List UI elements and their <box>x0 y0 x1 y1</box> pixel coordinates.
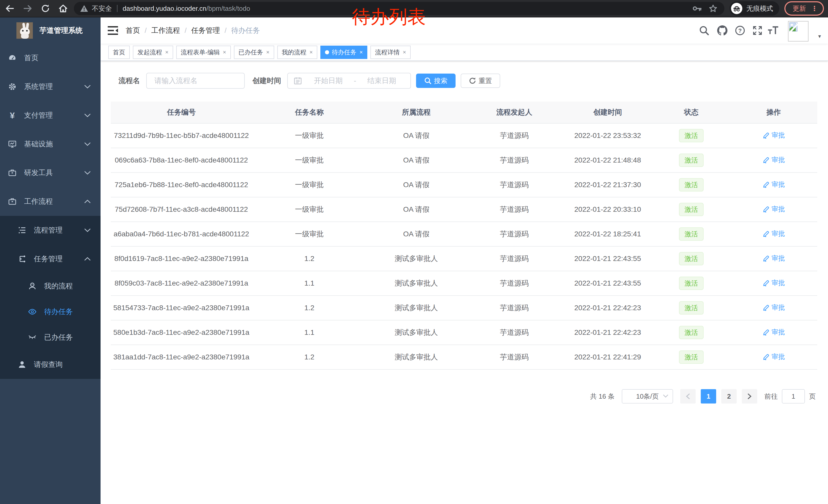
sidebar-item-9[interactable]: 待办任务 <box>0 299 100 325</box>
table-row-2: 725a1eb6-7b88-11ec-8ef0-acde48001122一级审批… <box>111 173 817 197</box>
avatar[interactable] <box>788 21 809 42</box>
sidebar-item-3[interactable]: 基础设施 <box>0 130 100 158</box>
tab-2[interactable]: 流程表单-编辑× <box>176 46 231 59</box>
sidebar-item-4[interactable]: 研发工具 <box>0 158 100 187</box>
cell-created: 2022-01-21 22:42:23 <box>563 304 653 312</box>
tab-0[interactable]: 首页 <box>108 46 130 59</box>
logo[interactable]: 芋道管理系统 <box>0 17 100 44</box>
tags-view: 首页发起流程×流程表单-编辑×已办任务×我的流程×待办任务×流程详情× <box>100 44 828 61</box>
security-label[interactable]: 不安全 <box>92 4 112 13</box>
breadcrumb-item-1[interactable]: 工作流程 <box>151 26 180 35</box>
sidebar-item-label: 基础设施 <box>24 139 53 149</box>
status-badge: 激活 <box>679 277 704 290</box>
tab-close-icon[interactable]: × <box>359 49 363 56</box>
header-search-icon[interactable] <box>699 17 709 44</box>
browser-menu-icon[interactable]: ⋮ <box>811 5 818 12</box>
approve-link[interactable]: 审批 <box>762 303 785 312</box>
prev-page-button[interactable] <box>680 389 696 404</box>
approve-link[interactable]: 审批 <box>762 229 785 238</box>
avatar-caret-icon[interactable]: ▼ <box>817 34 822 39</box>
tab-3[interactable]: 已办任务× <box>234 46 274 59</box>
tab-close-icon[interactable]: × <box>309 49 313 56</box>
table-row-9: 381aa1dd-7ac8-11ec-a9e2-a2380e71991a1.2测… <box>111 345 817 370</box>
breadcrumb-item-2[interactable]: 任务管理 <box>191 26 220 35</box>
page-button-2[interactable]: 2 <box>721 389 737 404</box>
bookmark-star-icon[interactable] <box>709 4 717 12</box>
search-button[interactable]: 搜索 <box>416 74 456 88</box>
approve-link[interactable]: 审批 <box>762 352 785 361</box>
cell-id: 58154733-7ac8-11ec-a9e2-a2380e71991a <box>111 304 252 312</box>
browser-forward-button[interactable] <box>23 4 32 12</box>
column-header-2: 所属流程 <box>367 107 466 117</box>
help-icon[interactable]: ? <box>735 17 745 44</box>
chevron-down-icon <box>84 228 91 232</box>
url-text[interactable]: dashboard.yudao.iocoder.cn/bpm/task/todo <box>123 5 250 12</box>
breadcrumb-separator: / <box>185 27 187 35</box>
chevron-down-icon <box>663 394 668 398</box>
sidebar-collapse-icon[interactable] <box>108 26 118 35</box>
task-table: 任务编号任务名称所属流程流程发起人创建时间状态操作 73211d9d-7b9b-… <box>111 101 817 370</box>
next-page-button[interactable] <box>742 389 757 404</box>
tab-label: 首页 <box>113 48 125 56</box>
browser-back-button[interactable] <box>5 4 14 12</box>
github-icon[interactable] <box>717 17 728 44</box>
approve-link[interactable]: 审批 <box>762 155 785 164</box>
cell-name: 一级审批 <box>252 204 367 214</box>
security-warning-icon[interactable] <box>80 5 88 12</box>
pagination: 共 16 条 10条/页 12 前往 1 页 <box>590 389 816 404</box>
tab-4[interactable]: 我的流程× <box>277 46 318 59</box>
reset-button[interactable]: 重置 <box>461 74 500 88</box>
search-button-icon <box>424 77 431 84</box>
sidebar-item-0[interactable]: 首页 <box>0 44 100 72</box>
tab-6[interactable]: 流程详情× <box>370 46 411 59</box>
sidebar-item-label: 研发工具 <box>24 168 53 178</box>
cell-name: 一级审批 <box>252 229 367 239</box>
column-header-5: 状态 <box>653 107 730 117</box>
fullscreen-icon[interactable] <box>753 17 762 44</box>
date-range-input[interactable]: 开始日期 - 结束日期 <box>287 73 411 89</box>
table-row-5: 8f0d1619-7ac8-11ec-a9e2-a2380e71991a1.2测… <box>111 246 817 271</box>
table-header: 任务编号任务名称所属流程流程发起人创建时间状态操作 <box>111 101 817 124</box>
cell-created: 2022-01-22 21:37:30 <box>563 181 653 189</box>
password-key-icon[interactable] <box>693 5 702 11</box>
cell-id: 725a1eb6-7b88-11ec-8ef0-acde48001122 <box>111 181 252 189</box>
approve-link[interactable]: 审批 <box>762 180 785 189</box>
page-size-select[interactable]: 10条/页 <box>622 389 673 404</box>
tab-close-icon[interactable]: × <box>266 49 270 56</box>
tab-close-icon[interactable]: × <box>403 49 406 56</box>
tab-close-icon[interactable]: × <box>223 49 226 56</box>
sidebar-item-6[interactable]: 流程管理 <box>0 216 100 244</box>
status-badge: 激活 <box>679 129 704 142</box>
goto-page-input[interactable]: 1 <box>782 389 805 404</box>
sidebar-item-5[interactable]: 工作流程 <box>0 187 100 216</box>
sidebar-item-11[interactable]: 请假查询 <box>0 350 100 379</box>
approve-link[interactable]: 审批 <box>762 204 785 214</box>
goto-label: 前往 <box>764 392 778 401</box>
cell-process: OA 请假 <box>367 155 466 165</box>
table-row-0: 73211d9d-7b9b-11ec-b5b7-acde48001122一级审批… <box>111 124 817 148</box>
browser-reload-button[interactable] <box>41 4 50 13</box>
browser-update-button[interactable]: 更新 ⋮ <box>784 1 824 16</box>
page-button-1[interactable]: 1 <box>701 389 716 404</box>
browser-home-button[interactable] <box>58 4 68 13</box>
tab-1[interactable]: 发起流程× <box>133 46 173 59</box>
tab-close-icon[interactable]: × <box>165 49 169 56</box>
approve-link[interactable]: 审批 <box>762 254 785 263</box>
tab-5[interactable]: 待办任务× <box>320 46 367 59</box>
cell-id: 8f0d1619-7ac8-11ec-a9e2-a2380e71991a <box>111 255 252 263</box>
sidebar-item-7[interactable]: 任务管理 <box>0 244 100 273</box>
font-size-icon[interactable] <box>768 17 779 44</box>
sidebar-item-1[interactable]: 系统管理 <box>0 72 100 101</box>
incognito-label: 无痕模式 <box>746 4 773 13</box>
sidebar-item-2[interactable]: ¥支付管理 <box>0 101 100 130</box>
toolbox-icon <box>8 169 16 177</box>
cell-name: 1.2 <box>252 255 367 263</box>
breadcrumb-item-0[interactable]: 首页 <box>126 26 140 35</box>
process-name-input[interactable]: 请输入流程名 <box>146 73 245 89</box>
approve-link[interactable]: 审批 <box>762 278 785 287</box>
approve-link[interactable]: 审批 <box>762 328 785 336</box>
sidebar-item-8[interactable]: 我的流程 <box>0 273 100 299</box>
approve-link[interactable]: 审批 <box>762 131 785 140</box>
cell-created: 2022-01-22 18:25:41 <box>563 230 653 238</box>
sidebar-item-10[interactable]: 已办任务 <box>0 325 100 350</box>
